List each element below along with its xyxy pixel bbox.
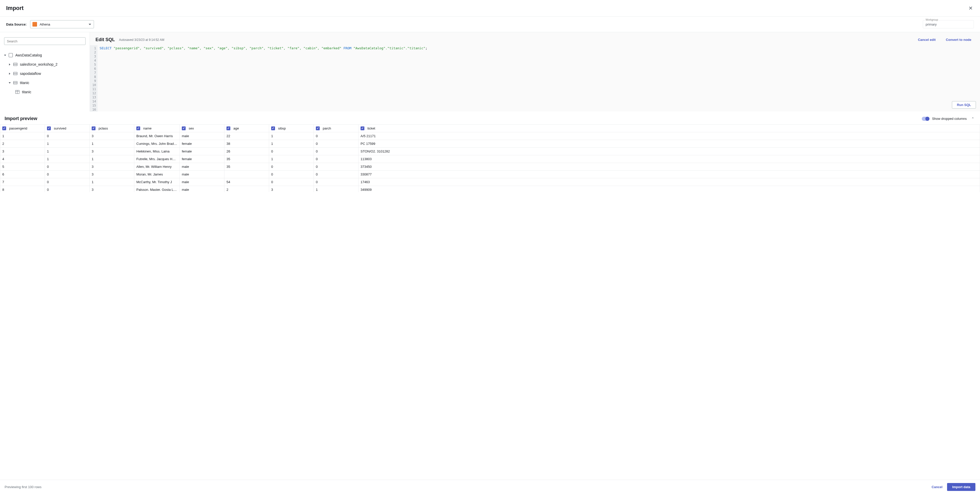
cell: 1 [45, 148, 90, 155]
sql-editor[interactable]: SELECT "passengerid", "survived", "pclas… [97, 45, 980, 112]
data-source-label: Data Source: [6, 22, 27, 26]
cell: 1 [269, 155, 314, 163]
show-dropped-label: Show dropped columns [932, 117, 967, 121]
cell: 4 [0, 155, 45, 163]
table-label: titanic [22, 90, 32, 94]
chevron-right-icon [9, 63, 11, 65]
column-checkbox[interactable] [92, 126, 95, 130]
cell: 1 [0, 132, 45, 140]
column-checkbox[interactable] [316, 126, 320, 130]
column-header-sibsp: sibsp [269, 125, 314, 132]
table-header-row: passengeridsurvivedpclassnamesexagesibsp… [0, 125, 980, 132]
cell: 22 [224, 132, 269, 140]
db-salesforce[interactable]: salesforce_workshop_2 [4, 60, 86, 69]
preview-header: Import preview Show dropped columns ⌃ [0, 112, 980, 124]
cancel-edit-button[interactable]: Cancel edit [915, 36, 939, 43]
cell: 2 [224, 186, 269, 192]
cell: 8 [0, 186, 45, 192]
chevron-down-icon [9, 82, 11, 83]
table-row: 103Braund, Mr. Owen Harrismale2210A/5 21… [0, 132, 980, 140]
cell: 0 [45, 171, 90, 178]
cell: 5 [0, 163, 45, 171]
cell: 26 [224, 148, 269, 155]
athena-icon [32, 22, 37, 27]
database-icon [13, 72, 18, 75]
column-header-pclass: pclass [90, 125, 134, 132]
chevron-down-icon [4, 55, 6, 56]
cell: 3 [90, 171, 134, 178]
cell: 3 [269, 186, 314, 192]
table-row: 803Palsson. Master. Gosta Leonardmale231… [0, 186, 980, 192]
cell: 113803 [358, 155, 980, 163]
table-titanic[interactable]: titanic [4, 88, 86, 97]
cell: 349909 [358, 186, 980, 192]
cell: 0 [269, 163, 314, 171]
column-header-passengerid: passengerid [0, 125, 45, 132]
cell: female [180, 155, 224, 163]
cell: Braund, Mr. Owen Harris [134, 132, 180, 140]
cell: A/5 21171 [358, 132, 980, 140]
database-icon [13, 62, 18, 66]
cell: 1 [314, 186, 358, 192]
autosave-text: Autosaved 3/23/23 at 9:14:52 AM [119, 38, 164, 41]
cell: Futrelle, Mrs. Jacques Heath (Lily Ma [134, 155, 180, 163]
cell: 3 [0, 148, 45, 155]
cell: 0 [45, 132, 90, 140]
cell: 0 [314, 171, 358, 178]
cell: 54 [224, 178, 269, 186]
show-dropped-toggle[interactable] [922, 117, 929, 121]
catalog-root[interactable]: AwsDataCatalog [4, 51, 86, 60]
db-titanic[interactable]: titanic [4, 78, 86, 88]
cell: 1 [90, 140, 134, 148]
column-name: survived [54, 126, 66, 130]
convert-to-node-button[interactable]: Convert to node [943, 36, 974, 43]
cell: male [180, 163, 224, 171]
cell: 17463 [358, 178, 980, 186]
data-source-select[interactable]: Athena [30, 20, 94, 28]
sql-editor-pane: Edit SQL Autosaved 3/23/23 at 9:14:52 AM… [90, 32, 980, 112]
line-gutter: 12345678910111213141516 [90, 45, 97, 112]
cell: 7 [0, 178, 45, 186]
cell: 3 [90, 132, 134, 140]
run-sql-button[interactable]: Run SQL [952, 101, 976, 108]
column-name: age [233, 126, 239, 130]
cell: 0 [269, 148, 314, 155]
close-icon[interactable]: ✕ [967, 4, 974, 12]
collapse-icon[interactable]: ⌃ [970, 116, 975, 121]
cell: STON/O2. 3101282 [358, 148, 980, 155]
controls-bar: Data Source: Athena Workgroup primary [0, 17, 980, 32]
column-checkbox[interactable] [226, 126, 230, 130]
cell: 3 [90, 186, 134, 192]
database-icon [13, 81, 18, 84]
db-label: sapodataflow [20, 72, 41, 76]
cell: Allen, Mr. William Henry [134, 163, 180, 171]
cell: 1 [45, 140, 90, 148]
cell: 0 [314, 132, 358, 140]
cell: 3 [90, 148, 134, 155]
cell: male [180, 171, 224, 178]
table-row: 603Moran, Mr. Jamesmale00330877 [0, 171, 980, 178]
search-input[interactable] [4, 37, 86, 45]
column-checkbox[interactable] [2, 126, 6, 130]
cell: 373450 [358, 163, 980, 171]
column-checkbox[interactable] [361, 126, 364, 130]
column-checkbox[interactable] [136, 126, 140, 130]
table-row: 411Futrelle, Mrs. Jacques Heath (Lily Ma… [0, 155, 980, 163]
cell: male [180, 186, 224, 192]
cell: Heikkinen, Miss. Laina [134, 148, 180, 155]
column-header-name: name [134, 125, 180, 132]
workgroup-field[interactable]: Workgroup primary [923, 20, 974, 28]
column-checkbox[interactable] [271, 126, 275, 130]
db-sapodataflow[interactable]: sapodataflow [4, 69, 86, 78]
cell: 0 [269, 178, 314, 186]
cell: 38 [224, 140, 269, 148]
cell: 0 [314, 163, 358, 171]
cell: 6 [0, 171, 45, 178]
column-name: sex [189, 126, 194, 130]
column-header-parch: parch [314, 125, 358, 132]
column-checkbox[interactable] [182, 126, 186, 130]
cell: 0 [314, 178, 358, 186]
column-checkbox[interactable] [47, 126, 51, 130]
chevron-right-icon [9, 73, 11, 75]
cell: female [180, 140, 224, 148]
